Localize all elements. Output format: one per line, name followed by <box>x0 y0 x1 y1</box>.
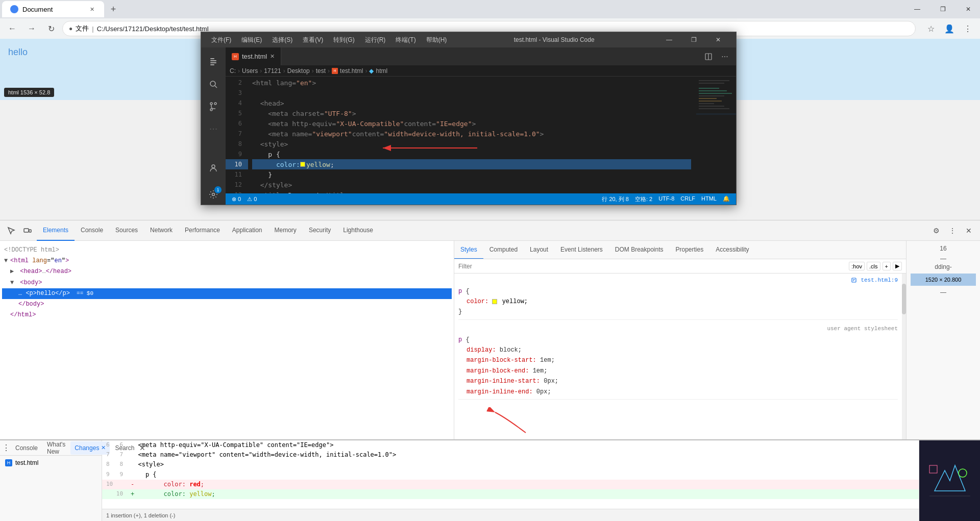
vscode-menu-file[interactable]: 文件(F) <box>207 35 235 45</box>
vscode-maximize[interactable]: ❐ <box>682 32 705 47</box>
statusbar-line-ending[interactable]: CRLF <box>680 195 695 203</box>
vscode-file-tab[interactable]: H test.html ✕ <box>226 47 281 65</box>
breadcrumb-c[interactable]: C: <box>230 67 236 75</box>
reload-button[interactable]: ↻ <box>43 20 59 37</box>
vscode-git-btn[interactable] <box>203 96 224 117</box>
styles-tab-accessibility[interactable]: Accessibility <box>709 241 755 259</box>
devtools-tab-network[interactable]: Network <box>144 220 179 241</box>
vscode-more-btn[interactable]: ··· <box>203 123 224 133</box>
new-tab-button[interactable]: + <box>106 2 120 16</box>
devtools-tab-memory[interactable]: Memory <box>268 220 303 241</box>
statusbar-notifications-btn[interactable]: 🔔 <box>723 195 730 203</box>
statusbar-language[interactable]: HTML <box>701 195 717 203</box>
breadcrumb-desktop[interactable]: Desktop <box>287 67 310 75</box>
devtools-more-btn[interactable]: ⋮ <box>945 224 960 238</box>
vscode-minimize[interactable]: — <box>657 32 681 47</box>
diff-summary: 1 insertion (+), 1 deletion (-) <box>106 512 175 518</box>
vscode-explorer-btn[interactable] <box>203 52 224 72</box>
styles-scrollbar-thumb[interactable] <box>902 284 906 314</box>
close-button[interactable]: ✕ <box>957 0 980 19</box>
devtools-settings-btn[interactable]: ⚙ <box>929 224 943 238</box>
bookmark-button[interactable]: ☆ <box>923 20 939 37</box>
tab-close-button[interactable]: ✕ <box>88 5 96 13</box>
dom-line-html[interactable]: ▼<html lang="en"> <box>2 256 452 266</box>
styles-tab-properties[interactable]: Properties <box>670 241 710 259</box>
bottom-tab-whats-new[interactable]: What's New <box>43 441 69 455</box>
browser-tab[interactable]: Document ✕ <box>2 1 104 17</box>
devtools-select-element-btn[interactable] <box>4 224 18 238</box>
dom-line-body-close[interactable]: </body> <box>2 299 452 310</box>
minimize-button[interactable]: — <box>905 0 929 19</box>
file-item-testhtml[interactable]: H test.html <box>2 458 100 468</box>
maximize-button[interactable]: ❐ <box>931 0 954 19</box>
devtools-tab-security[interactable]: Security <box>303 220 337 241</box>
styles-filter-input[interactable] <box>458 263 845 270</box>
devtools-close-btn[interactable]: ✕ <box>962 224 976 238</box>
dom-line-html-close[interactable]: </html> <box>2 310 452 320</box>
vscode-menu-terminal[interactable]: 终端(T) <box>391 35 420 45</box>
devtools-tab-application[interactable]: Application <box>226 220 268 241</box>
statusbar-errors[interactable]: ⊗ 0 <box>232 196 241 203</box>
profile-button[interactable]: 👤 <box>941 20 958 37</box>
breadcrumb-users[interactable]: Users <box>242 67 258 75</box>
vscode-account-btn[interactable] <box>203 158 224 178</box>
vscode-settings-badge: 1 <box>214 186 222 193</box>
more-style-button[interactable]: ▶ <box>893 262 902 270</box>
devtools-tab-elements[interactable]: Elements <box>37 220 75 241</box>
styles-tab-dom-breakpoints[interactable]: DOM Breakpoints <box>609 241 670 259</box>
statusbar-position[interactable]: 行 20, 列 8 <box>602 195 629 203</box>
vscode-menu-goto[interactable]: 转到(G) <box>329 35 358 45</box>
forward-button[interactable]: → <box>23 20 40 37</box>
vscode-menu-edit[interactable]: 编辑(E) <box>237 35 266 45</box>
vscode-split-editor-btn[interactable] <box>701 49 716 64</box>
code-line-2: <html lang="en"> <box>252 78 691 88</box>
devtools-tab-lighthouse[interactable]: Lighthouse <box>337 220 379 241</box>
vscode-more-actions-btn[interactable]: ··· <box>718 49 732 64</box>
dom-line-doctype[interactable]: <!DOCTYPE html> <box>2 245 452 256</box>
devtools-device-toggle-btn[interactable] <box>20 224 35 238</box>
breadcrumb-testhtml[interactable]: H test.html <box>332 67 363 75</box>
devtools-header: Elements Console Sources Network Perform… <box>0 220 980 241</box>
devtools-tab-sources[interactable]: Sources <box>109 220 144 241</box>
hov-button[interactable]: :hov <box>849 262 865 270</box>
dom-line-p[interactable]: … <p>hello</p> == $0 <box>2 288 452 299</box>
devtools-tab-console[interactable]: Console <box>75 220 109 241</box>
bottom-tab-console[interactable]: Console <box>11 441 42 455</box>
rule-source-1[interactable]: test.html:9 <box>458 276 898 285</box>
devtools-tab-performance[interactable]: Performance <box>179 220 226 241</box>
cls-button[interactable]: .cls <box>867 262 880 270</box>
vscode-breadcrumb: C: › Users › 17121 › Desktop › test › H … <box>226 65 736 77</box>
vscode-tab-close-btn[interactable]: ✕ <box>270 53 275 60</box>
vscode-menu-run[interactable]: 运行(R) <box>361 35 390 45</box>
style-rule-2: user agent stylesheet p { display: block… <box>458 324 898 400</box>
color-swatch-yellow[interactable] <box>492 299 497 304</box>
vscode-close[interactable]: ✕ <box>706 32 730 47</box>
statusbar-spaces[interactable]: 空格: 2 <box>635 195 652 203</box>
back-button[interactable]: ← <box>4 20 20 37</box>
breadcrumb-html-tag[interactable]: ◆ html <box>369 67 387 75</box>
vscode-code-area[interactable]: <html lang="en"> <head> <meta charset="U… <box>248 77 695 193</box>
vscode-menu-help[interactable]: 帮助(H) <box>422 35 451 45</box>
vscode-settings-btn[interactable]: 1 <box>203 184 224 205</box>
breadcrumb-17121[interactable]: 17121 <box>264 67 281 75</box>
styles-tab-event-listeners[interactable]: Event Listeners <box>554 241 609 259</box>
bottom-menu-btn[interactable]: ⋮ <box>2 441 10 455</box>
svg-rect-2 <box>210 60 216 61</box>
breadcrumb-test-folder[interactable]: test <box>316 67 326 75</box>
statusbar-encoding[interactable]: UTF-8 <box>658 195 674 203</box>
dom-line-head[interactable]: ▶ <head>…</head> <box>2 266 452 277</box>
devtools-header-right: ⚙ ⋮ ✕ <box>929 224 976 238</box>
add-style-button[interactable]: + <box>883 262 891 270</box>
styles-tab-styles[interactable]: Styles <box>454 241 483 259</box>
vscode-search-btn[interactable] <box>203 74 224 94</box>
styles-tab-layout[interactable]: Layout <box>524 241 554 259</box>
styles-tab-computed[interactable]: Computed <box>483 241 524 259</box>
dom-line-body[interactable]: ▼ <body> <box>2 278 452 288</box>
menu-button[interactable]: ⋮ <box>960 20 976 37</box>
vscode-menu-view[interactable]: 查看(V) <box>299 35 327 45</box>
code-line-13: <title>Document</title> <box>252 190 691 193</box>
vscode-menu-select[interactable]: 选择(S) <box>268 35 297 45</box>
rule-2-display: display: block; <box>458 345 898 355</box>
line-num-11: 11 <box>226 169 248 180</box>
statusbar-warnings[interactable]: ⚠ 0 <box>247 196 257 203</box>
